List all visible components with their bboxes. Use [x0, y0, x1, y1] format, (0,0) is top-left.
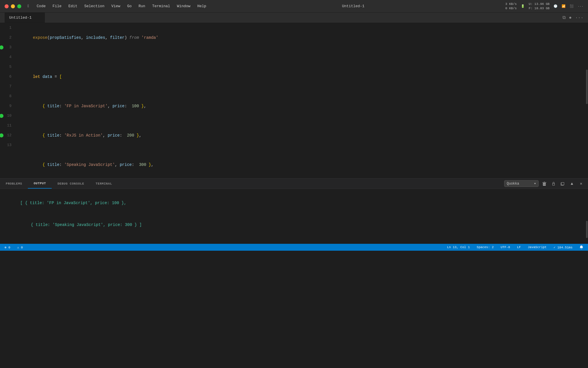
line-number-6: 6 [0, 72, 14, 82]
editor: 1 2 3 4 5 6 7 8 9 10 11 12 13 expose(pro… [0, 23, 588, 178]
menu-help[interactable]: Help [194, 3, 209, 9]
panel-tabs: PROBLEMS OUTPUT DEBUG CONSOLE TERMINAL Q… [0, 179, 588, 189]
line-number-2: 2 [0, 33, 14, 43]
tab-dot-icon: ● [569, 15, 572, 20]
line-number-11: 11 [0, 121, 14, 131]
memory-info: U: 13.96 GB F: 18.03 GB [529, 2, 550, 10]
code-line-5: { title: 'RxJS in Action', price: 200 }, [17, 121, 588, 150]
menu-window[interactable]: Window [174, 3, 193, 9]
tab-label: Untitled-1 [9, 16, 32, 20]
menu-terminal[interactable]: Terminal [149, 3, 173, 9]
line-number-8: 8 [0, 91, 14, 101]
panel-tab-terminal[interactable]: TERMINAL [90, 179, 118, 189]
apple-menu[interactable]:  [25, 3, 33, 9]
statusbar: ⊗ 0 ⚠ 0 Ln 13, Col 1 Spaces: 2 UTF-8 LF … [0, 244, 588, 251]
control-center-icon: ⬛ [570, 4, 574, 8]
code-line-2 [17, 52, 588, 62]
line-number-5: 5 [0, 62, 14, 72]
more-icon[interactable]: ··· [578, 5, 583, 8]
output-line-1: [ { title: 'FP in JavaScript', price: 10… [6, 192, 582, 214]
statusbar-left: ⊗ 0 ⚠ 0 [3, 246, 24, 249]
line-number-10: 10 [0, 111, 14, 121]
menu-run[interactable]: Run [136, 3, 148, 9]
menu-selection[interactable]: Selection [81, 3, 107, 9]
statusbar-right: Ln 13, Col 1 Spaces: 2 UTF-8 LF JavaScri… [446, 245, 585, 249]
warning-count[interactable]: ⚠ 0 [16, 246, 24, 249]
dropdown-label: Quokka [507, 182, 519, 186]
window-title: Untitled-1 [342, 4, 364, 8]
menu-file[interactable]: File [50, 3, 64, 9]
more-actions-icon[interactable]: ··· [575, 15, 583, 20]
output-text-1: [ { title: 'FP in JavaScript', price: 10… [20, 201, 126, 205]
menu-code[interactable]: Code [34, 3, 49, 9]
cursor-position[interactable]: Ln 13, Col 1 [446, 246, 471, 249]
network-info: 3 KB/s 0 KB/s [505, 2, 517, 10]
lock-icon[interactable] [550, 180, 557, 187]
panel-tab-problems[interactable]: PROBLEMS [0, 179, 28, 189]
error-count[interactable]: ⊗ 0 [3, 246, 11, 249]
panel-scrollbar[interactable] [586, 0, 588, 368]
line-numbers: 1 2 3 4 5 6 7 8 9 10 11 12 13 [0, 23, 17, 178]
line-number-13: 13 [0, 140, 14, 150]
timing: ✓ 184.51ms [552, 246, 574, 249]
tabbar: Untitled-1 ⧉ ● ··· [0, 13, 588, 23]
panel-tab-output[interactable]: OUTPUT [28, 179, 52, 189]
code-line-4: { title: 'FP in JavaScript', price: 100 … [17, 91, 588, 121]
mem-used: U: 13.96 GB [529, 2, 550, 6]
line-number-12: 12 [0, 131, 14, 140]
panel-scrollbar-thumb[interactable] [586, 221, 588, 238]
language-mode[interactable]: JavaScript [527, 246, 548, 249]
editor-tab-active[interactable]: Untitled-1 [5, 13, 45, 23]
titlebar-right: 3 KB/s 0 KB/s 🔋 U: 13.96 GB F: 18.03 GB … [497, 2, 583, 10]
line-number-7: 7 [0, 82, 14, 91]
code-line-3: let data = [ [17, 62, 588, 91]
battery-icon: 🔋 [521, 4, 525, 8]
close-button[interactable] [5, 4, 9, 8]
output-line-3: at f('JavaScript')(data) quokka.js:12:0 [6, 236, 582, 244]
notifications-icon[interactable] [578, 245, 585, 249]
panel: PROBLEMS OUTPUT DEBUG CONSOLE TERMINAL Q… [0, 178, 588, 244]
chevron-up-icon[interactable]: ▲ [568, 180, 575, 187]
net-upload: 3 KB/s [505, 2, 517, 6]
menu-bar:  Code File Edit Selection View Go Run T… [25, 3, 209, 9]
code-line-1: expose(propSatisfies, includes, filter) … [17, 23, 588, 52]
titlebar-left:  Code File Edit Selection View Go Run T… [5, 3, 209, 9]
wifi-icon: 📶 [562, 4, 566, 8]
output-line-2: { title: 'Speaking JavaScript', price: 3… [6, 214, 582, 236]
minimize-button[interactable] [11, 4, 15, 8]
code-line-6: { title: 'Speaking JavaScript', price: 3… [17, 150, 588, 178]
indentation[interactable]: Spaces: 2 [475, 246, 495, 249]
mem-free: F: 18.03 GB [529, 6, 550, 10]
chevron-down-icon: ▾ [534, 181, 536, 186]
output-text-2: { title: 'Speaking JavaScript', price: 3… [20, 223, 142, 227]
encoding[interactable]: UTF-8 [500, 246, 511, 249]
menu-edit[interactable]: Edit [65, 3, 80, 9]
split-editor-icon[interactable]: ⧉ [562, 15, 566, 20]
eol[interactable]: LF [516, 246, 522, 249]
clock-icon: 🕐 [554, 4, 558, 8]
copy-icon[interactable] [559, 180, 566, 187]
tabbar-icons: ⧉ ● ··· [562, 13, 588, 23]
code-area[interactable]: expose(propSatisfies, includes, filter) … [17, 23, 588, 178]
menu-view[interactable]: View [109, 3, 123, 9]
titlebar:  Code File Edit Selection View Go Run T… [0, 0, 588, 13]
line-number-9: 9 [0, 101, 14, 111]
menu-go[interactable]: Go [124, 3, 135, 9]
output-source-dropdown[interactable]: Quokka ▾ [504, 180, 539, 187]
close-panel-icon[interactable]: ✕ [578, 180, 585, 187]
fullscreen-button[interactable] [17, 4, 21, 8]
panel-tab-controls: Quokka ▾ ▲ ✕ [504, 179, 588, 189]
net-download: 0 KB/s [505, 6, 517, 10]
panel-tab-debug[interactable]: DEBUG CONSOLE [52, 179, 90, 189]
line-number-4: 4 [0, 52, 14, 62]
line-number-1: 1 [0, 23, 14, 33]
clear-output-icon[interactable] [541, 180, 548, 187]
traffic-lights [5, 4, 21, 8]
line-number-3: 3 [0, 43, 14, 52]
panel-output: [ { title: 'FP in JavaScript', price: 10… [0, 189, 588, 244]
